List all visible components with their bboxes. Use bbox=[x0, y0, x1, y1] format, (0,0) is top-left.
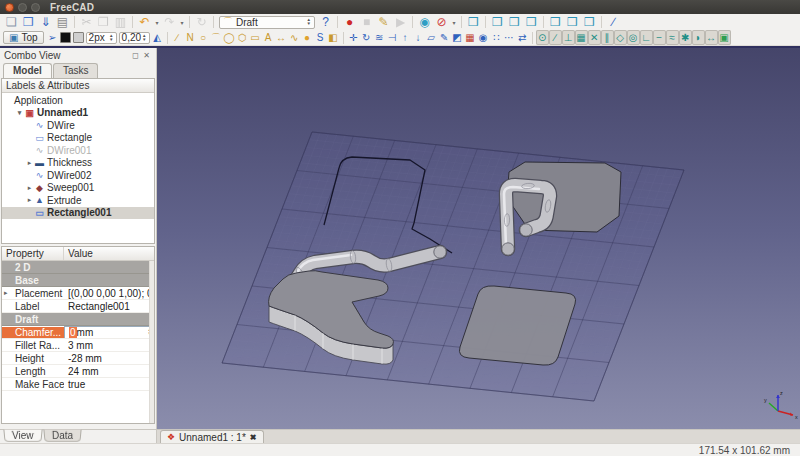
view-top-icon[interactable]: ❒ bbox=[506, 15, 523, 30]
line-color-swatch[interactable] bbox=[60, 32, 71, 43]
tree-expander-icon[interactable]: ▸ bbox=[25, 196, 34, 204]
draw-style-icon[interactable]: ⊘ bbox=[433, 15, 450, 30]
window-maximize-button[interactable] bbox=[31, 3, 40, 12]
view-rear-icon[interactable]: ❒ bbox=[547, 15, 564, 30]
tab-tasks[interactable]: Tasks bbox=[53, 63, 99, 78]
redo-dropdown[interactable]: ▾ bbox=[178, 19, 186, 26]
draft-rectangle-icon[interactable]: ▭ bbox=[249, 30, 262, 45]
draft-arc-icon[interactable]: ⌒ bbox=[210, 30, 223, 45]
draft-polygon-icon[interactable]: ⬡ bbox=[236, 30, 249, 45]
property-row-height[interactable]: Height-28 mm bbox=[2, 352, 154, 365]
draft-shape2dview-icon[interactable]: ▦ bbox=[464, 30, 477, 45]
draft-ellipse-icon[interactable]: ◯ bbox=[223, 30, 236, 45]
snap-lock-icon[interactable]: ⊙ bbox=[536, 30, 549, 45]
tree-expander-icon[interactable]: ▸ bbox=[25, 184, 34, 192]
undo-dropdown[interactable]: ▾ bbox=[153, 19, 161, 26]
view-left-icon[interactable]: ❒ bbox=[581, 15, 598, 30]
snap-center-icon[interactable]: ◎ bbox=[627, 30, 640, 45]
property-value[interactable]: 0 mm▲▼ bbox=[64, 326, 154, 339]
snap-dimensions-icon[interactable]: ↔ bbox=[705, 30, 718, 45]
new-document-icon[interactable]: ❏ bbox=[3, 15, 20, 30]
tree-expander-icon[interactable]: ▾ bbox=[15, 109, 24, 117]
macro-edit-icon[interactable]: ✎ bbox=[375, 15, 392, 30]
view-front-icon[interactable]: ❒ bbox=[489, 15, 506, 30]
tab-close-icon[interactable]: ✖ bbox=[250, 433, 257, 442]
open-document-icon[interactable]: ❒ bbox=[20, 15, 37, 30]
measure-distance-icon[interactable]: ∕ bbox=[605, 15, 622, 30]
view-right-icon[interactable]: ❒ bbox=[523, 15, 540, 30]
cut-icon[interactable]: ✂ bbox=[78, 15, 95, 30]
draft-trimex-icon[interactable]: ⊣ bbox=[386, 30, 399, 45]
view-bottom-icon[interactable]: ❒ bbox=[564, 15, 581, 30]
draft-facebinder-icon[interactable]: ◧ bbox=[327, 30, 340, 45]
tree-item-unnamed1[interactable]: ▾▣Unnamed1 bbox=[2, 107, 154, 120]
draft-move-icon[interactable]: ✛ bbox=[347, 30, 360, 45]
paste-icon[interactable]: ▥ bbox=[112, 15, 129, 30]
property-column-header[interactable]: Property bbox=[2, 247, 64, 260]
save-document-icon[interactable]: ⇓ bbox=[37, 15, 54, 30]
draft-wire-icon[interactable]: N bbox=[184, 30, 197, 45]
spinner-arrows-icon[interactable]: ▲▼ bbox=[307, 18, 311, 26]
draft-point-icon[interactable]: ● bbox=[301, 30, 314, 45]
tree-item-rectangle001[interactable]: ▭Rectangle001 bbox=[2, 207, 154, 220]
tab-data[interactable]: Data bbox=[43, 430, 81, 442]
draft-dimension-icon[interactable]: ↔ bbox=[275, 30, 288, 45]
tab-view[interactable]: View bbox=[3, 430, 42, 442]
refresh-icon[interactable]: ↻ bbox=[193, 15, 210, 30]
draft-line-icon[interactable]: ∕ bbox=[171, 30, 184, 45]
draft-subelement-icon[interactable]: ◩ bbox=[451, 30, 464, 45]
copy-icon[interactable]: ❐ bbox=[95, 15, 112, 30]
property-expander-icon[interactable]: ▸ bbox=[4, 289, 8, 297]
text-scale-spinbox[interactable]: 0,20▲▼ bbox=[119, 32, 150, 44]
print-icon[interactable]: ▤ bbox=[54, 15, 71, 30]
draft-to-sketch-icon[interactable]: ⇄ bbox=[516, 30, 529, 45]
draft-path-array-icon[interactable]: ⋯ bbox=[503, 30, 516, 45]
snap-special-icon[interactable]: ✱ bbox=[679, 30, 692, 45]
snap-parallel-icon[interactable]: ∥ bbox=[601, 30, 614, 45]
tree-item-rectangle[interactable]: ▭Rectangle bbox=[2, 132, 154, 145]
draft-clone-icon[interactable]: ◉ bbox=[477, 30, 490, 45]
tree-item-dwire[interactable]: ∿DWire bbox=[2, 119, 154, 132]
panel-close-icon[interactable]: ✕ bbox=[141, 51, 152, 60]
draft-rotate-icon[interactable]: ↻ bbox=[360, 30, 373, 45]
tree-column-header[interactable]: Labels & Attributes bbox=[2, 79, 154, 93]
view-fit-all-icon[interactable]: ◉ bbox=[416, 15, 433, 30]
undo-icon[interactable]: ↶ bbox=[136, 15, 153, 30]
tree-item-dwire001[interactable]: ∿DWire001 bbox=[2, 144, 154, 157]
draft-downgrade-icon[interactable]: ↓ bbox=[412, 30, 425, 45]
draw-style-dropdown[interactable]: ▾ bbox=[450, 19, 458, 26]
whats-this-icon[interactable]: ? bbox=[317, 15, 334, 30]
snap-near-icon[interactable]: ≈ bbox=[666, 30, 679, 45]
snap-grid-icon[interactable]: ▦ bbox=[575, 30, 588, 45]
spinner-arrows-icon[interactable]: ▲▼ bbox=[142, 34, 146, 42]
snap-midpoint-icon[interactable]: ◗ bbox=[692, 30, 705, 45]
tree-item-sweep001[interactable]: ▸◆Sweep001 bbox=[2, 182, 154, 195]
snap-perpendicular-icon[interactable]: ⊥ bbox=[562, 30, 575, 45]
tree-expander-icon[interactable]: ▸ bbox=[25, 159, 34, 167]
property-row-make-face[interactable]: Make Facetrue bbox=[2, 378, 154, 391]
macro-record-icon[interactable]: ● bbox=[341, 15, 358, 30]
snap-angle-icon[interactable]: ◇ bbox=[614, 30, 627, 45]
construction-mode-icon[interactable]: ◭ bbox=[151, 30, 164, 45]
macro-stop-icon[interactable]: ■ bbox=[358, 15, 375, 30]
working-plane-button[interactable]: ▣Top bbox=[3, 31, 44, 44]
draft-bspline-icon[interactable]: ∿ bbox=[288, 30, 301, 45]
autogroup-icon[interactable]: ➢ bbox=[46, 30, 59, 45]
property-row-label[interactable]: LabelRectangle001 bbox=[2, 300, 154, 313]
snap-extension-icon[interactable]: − bbox=[653, 30, 666, 45]
window-minimize-button[interactable] bbox=[18, 3, 27, 12]
panel-float-icon[interactable]: ◻ bbox=[130, 51, 141, 60]
tab-model[interactable]: Model bbox=[3, 63, 52, 78]
draft-upgrade-icon[interactable]: ↑ bbox=[399, 30, 412, 45]
tree-item-dwire002[interactable]: ∿DWire002 bbox=[2, 169, 154, 182]
value-column-header[interactable]: Value bbox=[64, 247, 154, 260]
property-row-chamfer-[interactable]: Chamfer...0 mm▲▼ bbox=[2, 326, 154, 339]
property-row-placement[interactable]: ▸Placement[(0,00 0,00 1,00); 0 °; (13 mm… bbox=[2, 287, 154, 300]
snap-ortho-icon[interactable]: ∟ bbox=[640, 30, 653, 45]
snap-working-plane-icon[interactable]: ▣ bbox=[718, 30, 731, 45]
draft-offset-icon[interactable]: ≋ bbox=[373, 30, 386, 45]
document-tab[interactable]: ❖ Unnamed1 : 1* ✖ bbox=[160, 430, 264, 443]
spinner-arrows-icon[interactable]: ▲▼ bbox=[109, 34, 113, 42]
tree-item-extrude[interactable]: ▸▲Extrude bbox=[2, 194, 154, 207]
property-row-fillet-ra-[interactable]: Fillet Ra...3 mm bbox=[2, 339, 154, 352]
